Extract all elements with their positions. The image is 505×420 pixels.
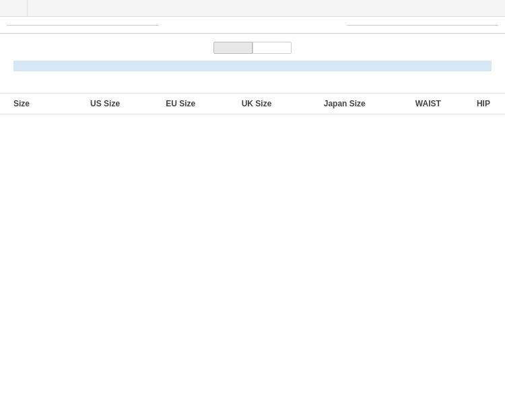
table-header-row: SizeUS SizeEU SizeUK SizeJapan SizeWAIST… (0, 94, 505, 114)
regular-size-chart-header (0, 78, 505, 93)
unit-toggle-container (0, 34, 505, 61)
col-header-size: Size (0, 94, 67, 114)
col-header-waist: WAIST (395, 94, 462, 114)
nav-item-women[interactable] (0, 0, 28, 16)
online-exclusive-note (13, 61, 492, 71)
centimeters-toggle-button[interactable] (252, 42, 292, 54)
size-charts-header (0, 17, 505, 34)
size-chart-table: SizeUS SizeEU SizeUK SizeJapan SizeWAIST… (0, 93, 505, 114)
col-header-uk-size: UK Size (218, 94, 294, 114)
inches-toggle-button[interactable] (213, 42, 252, 54)
col-header-japan-size: Japan Size (295, 94, 395, 114)
col-header-eu-size: EU Size (143, 94, 218, 114)
top-nav (0, 0, 505, 17)
col-header-us-size: US Size (67, 94, 143, 114)
nav-item-jeans[interactable] (28, 0, 55, 16)
col-header-hip: HIP (462, 94, 505, 114)
